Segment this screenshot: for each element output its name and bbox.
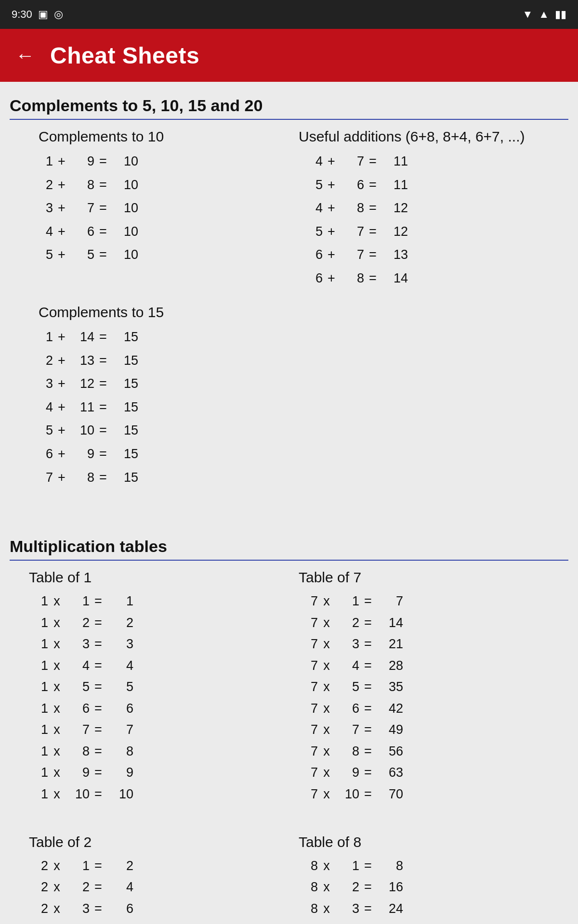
mult-row: 1x7=7 xyxy=(29,719,299,741)
notification-icon: ◎ xyxy=(54,8,63,21)
mult-row: 7x7=49 xyxy=(299,719,568,741)
mult-operator: x xyxy=(318,676,335,698)
mult-num1: 7 xyxy=(299,741,318,762)
mult-operator: x xyxy=(318,741,335,762)
math-equals: = xyxy=(94,397,112,418)
mult-num2: 7 xyxy=(335,719,359,741)
mult-equals: = xyxy=(359,676,377,698)
mult-num1: 2 xyxy=(29,876,48,898)
math-operator: + xyxy=(53,420,70,441)
math-equals: = xyxy=(364,197,381,219)
mult-num2: 2 xyxy=(335,876,359,898)
math-row: 6+8=14 xyxy=(299,267,568,290)
mult-operator: x xyxy=(48,919,66,924)
math-num2: 7 xyxy=(340,151,364,172)
mult-result: 56 xyxy=(377,741,403,762)
mult-row: 7x6=42 xyxy=(299,698,568,719)
mult-equals: = xyxy=(359,719,377,741)
math-result: 13 xyxy=(381,244,408,266)
mult-row: 1x9=9 xyxy=(29,762,299,783)
mult-equals: = xyxy=(90,783,107,805)
back-button[interactable]: ← xyxy=(15,45,35,66)
mult-result: 6 xyxy=(107,898,133,920)
mult-result: 2 xyxy=(107,612,133,634)
math-num1: 5 xyxy=(299,221,323,243)
mult-row: 7x3=21 xyxy=(299,633,568,655)
mult-result: 21 xyxy=(377,633,403,655)
math-operator: + xyxy=(323,197,340,219)
math-operator: + xyxy=(53,151,70,172)
mult-row: 1x8=8 xyxy=(29,741,299,762)
battery-icon: ▮▮ xyxy=(555,8,566,21)
math-result: 10 xyxy=(112,174,138,196)
mult-result: 1 xyxy=(107,590,133,612)
table-of-1-title: Table of 1 xyxy=(29,569,299,586)
math-result: 12 xyxy=(381,197,408,219)
math-operator: + xyxy=(323,268,340,289)
mult-result: 8 xyxy=(107,919,133,924)
mult-result: 9 xyxy=(107,762,133,783)
mult-row: 2x3=6 xyxy=(29,898,299,920)
mult-operator: x xyxy=(48,633,66,655)
mult-result: 16 xyxy=(377,876,403,898)
mult-operator: x xyxy=(318,855,335,877)
math-num2: 8 xyxy=(70,174,94,196)
complements-title: Complements to 5, 10, 15 and 20 xyxy=(10,96,568,120)
mult-row: 7x1=7 xyxy=(299,590,568,612)
mult-num2: 1 xyxy=(335,590,359,612)
mult-row: 1x5=5 xyxy=(29,676,299,698)
mult-num2: 2 xyxy=(66,612,90,634)
mult-num2: 6 xyxy=(335,698,359,719)
math-num1: 1 xyxy=(29,326,53,348)
mult-operator: x xyxy=(318,876,335,898)
math-row: 3+12=15 xyxy=(29,372,568,396)
table-of-7-rows: 7x1=77x2=147x3=217x4=287x5=357x6=427x7=4… xyxy=(299,590,568,805)
mult-num2: 9 xyxy=(335,762,359,783)
mult-row: 8x2=16 xyxy=(299,876,568,898)
mult-num1: 2 xyxy=(29,898,48,920)
mult-equals: = xyxy=(359,655,377,677)
mult-row: 2x2=4 xyxy=(29,876,299,898)
mult-num1: 1 xyxy=(29,612,48,634)
mult-num1: 2 xyxy=(29,919,48,924)
mult-equals: = xyxy=(359,898,377,920)
math-row: 4+7=11 xyxy=(299,150,568,173)
multiplication-title: Multiplication tables xyxy=(10,537,568,561)
mult-num1: 7 xyxy=(299,655,318,677)
complements-section: Complements to 5, 10, 15 and 20 Compleme… xyxy=(10,96,568,489)
mult-result: 32 xyxy=(377,919,403,924)
mult-num2: 1 xyxy=(66,590,90,612)
mult-result: 24 xyxy=(377,898,403,920)
mult-row: 7x10=70 xyxy=(299,783,568,805)
mult-equals: = xyxy=(359,698,377,719)
complements-to-10-title: Complements to 10 xyxy=(29,128,299,145)
math-num1: 4 xyxy=(299,197,323,219)
math-equals: = xyxy=(94,244,112,266)
mult-result: 49 xyxy=(377,719,403,741)
mult-num1: 7 xyxy=(299,633,318,655)
math-row: 1+9=10 xyxy=(29,150,299,173)
complements-to-10-block: Complements to 10 1+9=102+8=103+7=104+6=… xyxy=(29,128,299,290)
mult-operator: x xyxy=(318,633,335,655)
mult-result: 8 xyxy=(107,741,133,762)
signal-icon: ▲ xyxy=(539,8,549,21)
mult-row: 2x4=8 xyxy=(29,919,299,924)
mult-row: 8x1=8 xyxy=(299,855,568,877)
mult-num2: 7 xyxy=(66,719,90,741)
mult-equals: = xyxy=(359,741,377,762)
mult-num1: 7 xyxy=(299,698,318,719)
math-result: 15 xyxy=(112,467,138,488)
mult-num1: 8 xyxy=(299,919,318,924)
mult-result: 42 xyxy=(377,698,403,719)
mult-num1: 1 xyxy=(29,590,48,612)
math-row: 1+14=15 xyxy=(29,325,568,349)
mult-operator: x xyxy=(48,719,66,741)
mult-result: 28 xyxy=(377,655,403,677)
mult-result: 8 xyxy=(377,855,403,877)
math-num1: 4 xyxy=(299,151,323,172)
math-num2: 9 xyxy=(70,151,94,172)
math-num2: 7 xyxy=(70,197,94,219)
mult-num1: 7 xyxy=(299,762,318,783)
mult-operator: x xyxy=(48,676,66,698)
complements-to-15-table: 1+14=152+13=153+12=154+11=155+10=156+9=1… xyxy=(29,325,568,489)
